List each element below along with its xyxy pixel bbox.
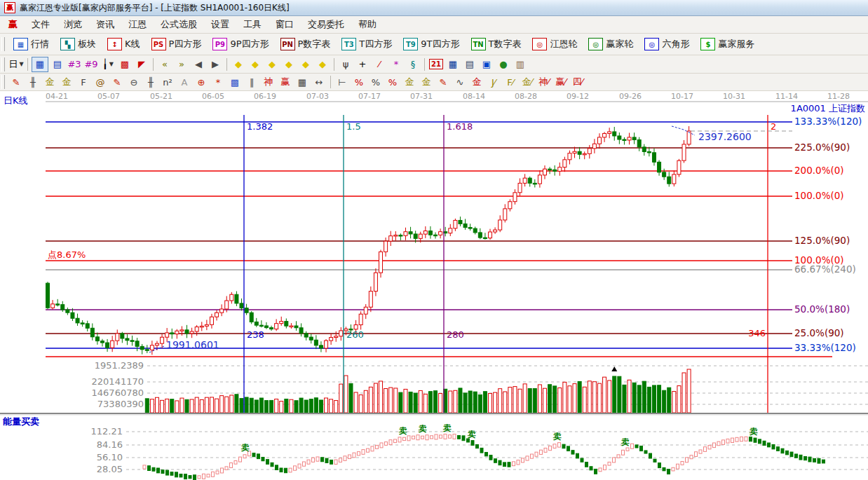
gold-circle-button[interactable]: 金 xyxy=(402,75,417,89)
menu-item-5[interactable]: 设置 xyxy=(204,18,236,31)
toolbar-button-t-square[interactable]: T3T四方形 xyxy=(336,36,398,53)
gold-lines-button[interactable]: 金 xyxy=(419,75,434,89)
indicator-mark xyxy=(234,461,237,465)
toolbar-button-hexagon[interactable]: ◎六角形 xyxy=(639,36,695,53)
angle-j-button[interactable]: J⁄ xyxy=(486,75,501,89)
menu-item-1[interactable]: 浏览 xyxy=(57,18,89,31)
fib-grid-button[interactable]: F xyxy=(76,75,91,89)
scale-ruler-button[interactable]: ⊢ xyxy=(334,75,350,89)
prev-page-button[interactable]: ◀ xyxy=(191,57,206,71)
hand-tool-button[interactable]: ψ xyxy=(338,57,353,71)
chart-window-button[interactable]: ▦ xyxy=(32,57,48,72)
gold-band-button[interactable]: 金 xyxy=(469,75,484,89)
crosshair-tool-button[interactable]: + xyxy=(355,57,370,71)
circle-grid-button[interactable]: ⊖ xyxy=(126,75,142,89)
toolbar-button-t-number-table[interactable]: TNT数字表 xyxy=(466,36,527,53)
notepad-button[interactable]: ▤ xyxy=(462,57,477,71)
angle-ying-button[interactable]: 赢⁄ xyxy=(553,75,569,89)
circle-cross-button[interactable]: ⊕ xyxy=(194,75,209,89)
gold-grid-1-button[interactable]: 金 xyxy=(42,75,57,89)
indicator-mark xyxy=(458,436,461,439)
gold-grid-2-button[interactable]: 金 xyxy=(59,75,74,89)
angle-shen-button[interactable]: 神⁄ xyxy=(536,75,552,89)
bars-3-button[interactable]: #3 xyxy=(67,57,82,71)
save-button[interactable]: ▣ xyxy=(479,57,494,71)
spiral-tool-button[interactable]: @ xyxy=(93,75,108,89)
candle-style-dropdown-button[interactable]: ╽▼ xyxy=(100,57,116,71)
spider-web-2-button[interactable]: ▩ xyxy=(227,75,243,89)
pen-tool-2-button[interactable]: ✎ xyxy=(109,75,125,89)
send-button[interactable]: ▥ xyxy=(513,57,528,71)
brush-tool-button[interactable]: ✎ xyxy=(435,75,451,89)
angle-measure-button[interactable]: ⁄ xyxy=(372,57,387,71)
pattern-teal-button[interactable]: § xyxy=(405,57,421,71)
volume-bar xyxy=(155,397,158,413)
gann-diamond-compress-button[interactable]: ◆ xyxy=(281,57,297,71)
toolbar-button-9t-square[interactable]: T99T四方形 xyxy=(398,36,465,53)
line-grid-button[interactable]: ╫ xyxy=(143,75,158,89)
spider-web-1-button[interactable]: * xyxy=(210,75,226,89)
title-bar[interactable]: 赢 赢家江恩专业版[赢家内部服务平台] - [上证指数 SH1A0001-160… xyxy=(0,0,868,16)
menu-item-4[interactable]: 公式选股 xyxy=(154,18,204,31)
toolbar-button-winner-wheel[interactable]: ◎赢家轮 xyxy=(583,36,639,53)
ying-tool-button[interactable]: 赢 xyxy=(278,75,293,89)
calculator-button[interactable]: ▦ xyxy=(445,57,461,71)
toolbar-button-9p-square[interactable]: P99P四方形 xyxy=(207,36,274,53)
pen-tool-button[interactable]: ✎ xyxy=(8,75,24,89)
gann-diamond-right-button[interactable]: ◆ xyxy=(231,57,246,71)
angle-f-button[interactable]: F⁄ xyxy=(503,75,518,89)
gann-diamond-fit-button[interactable]: ◆ xyxy=(315,57,330,71)
info-panel-button[interactable]: ▤ xyxy=(50,57,65,71)
menu-item-0[interactable]: 文件 xyxy=(25,18,57,31)
first-page-button[interactable]: « xyxy=(157,57,172,71)
gold-band-icon: 金 xyxy=(473,76,482,88)
menu-item-9[interactable]: 帮助 xyxy=(351,18,384,31)
grid-lines-button[interactable]: ╫ xyxy=(25,75,41,89)
period-day-dropdown-button[interactable]: 日▼ xyxy=(8,57,24,71)
menu-item-3[interactable]: 江恩 xyxy=(121,18,154,31)
toolbar-button-gann-wheel[interactable]: ◎江恩轮 xyxy=(527,36,583,53)
menu-item-2[interactable]: 资讯 xyxy=(89,18,121,31)
k-count-lines-button[interactable]: ∥ xyxy=(244,75,259,89)
bars-9-button[interactable]: #9 xyxy=(83,57,99,71)
toolbar-button-quotes[interactable]: ▦行情 xyxy=(8,36,55,53)
last-page-button[interactable]: » xyxy=(174,57,189,71)
ruler-123-button[interactable]: ▦ xyxy=(294,75,310,89)
gann-diamond-left-button[interactable]: ◆ xyxy=(247,57,263,71)
toolbar-button-p-square[interactable]: PSP四方形 xyxy=(146,36,208,53)
kline-chart-svg[interactable]: 04-2105-0705-2106-0506-1907-0307-1707-31… xyxy=(0,91,868,480)
indicator-mark xyxy=(398,437,401,442)
shen-tool-button[interactable]: 神 xyxy=(261,75,276,89)
square-n2-button[interactable]: n² xyxy=(160,75,175,89)
width-measure-button[interactable]: ↔ xyxy=(311,75,327,89)
angle-mirror-button[interactable]: A xyxy=(177,75,192,89)
menu-item-7[interactable]: 窗口 xyxy=(269,18,301,31)
volume-bar xyxy=(384,389,388,413)
pattern-box-button[interactable]: ▩ xyxy=(117,57,133,71)
chart-area[interactable]: 04-2105-0705-2106-0506-1907-0307-1707-31… xyxy=(0,91,868,480)
calendar-button[interactable]: 21 xyxy=(428,57,444,71)
gann-diamond-all-button[interactable]: ◆ xyxy=(298,57,313,71)
next-page-button[interactable]: ▶ xyxy=(208,57,223,71)
toolbar-button-sectors[interactable]: ▚板块 xyxy=(55,36,102,53)
wave-tool-button[interactable]: ∿ xyxy=(452,75,468,89)
angle-gold-button[interactable]: 金⁄ xyxy=(520,75,535,89)
menu-item-6[interactable]: 工具 xyxy=(236,18,269,31)
candle-body xyxy=(508,202,512,209)
gann-diamond-expand-button[interactable]: ◆ xyxy=(264,57,280,71)
app-icon: 赢 xyxy=(4,2,15,13)
candle-body xyxy=(170,333,174,334)
angle-si-button[interactable]: 四⁄ xyxy=(570,75,585,89)
network-button[interactable]: ● xyxy=(496,57,511,71)
menu-item-8[interactable]: 交易委托 xyxy=(301,18,351,31)
toolbar-button-winner-service[interactable]: $赢家服务 xyxy=(695,36,760,53)
candle-body xyxy=(66,310,69,313)
toolbar-button-kline[interactable]: ↕K线 xyxy=(102,36,146,53)
color-flag-button[interactable]: ◤ xyxy=(134,57,149,71)
indicator-mark xyxy=(640,446,643,451)
percent-tool-1-button[interactable]: % xyxy=(351,75,367,89)
toolbar-button-p-number-table[interactable]: PNP数字表 xyxy=(275,36,337,53)
percent-tool-2-button[interactable]: % xyxy=(368,75,384,89)
web-tool-button[interactable]: * xyxy=(388,57,404,71)
percent-underline-button[interactable]: % xyxy=(385,75,400,89)
